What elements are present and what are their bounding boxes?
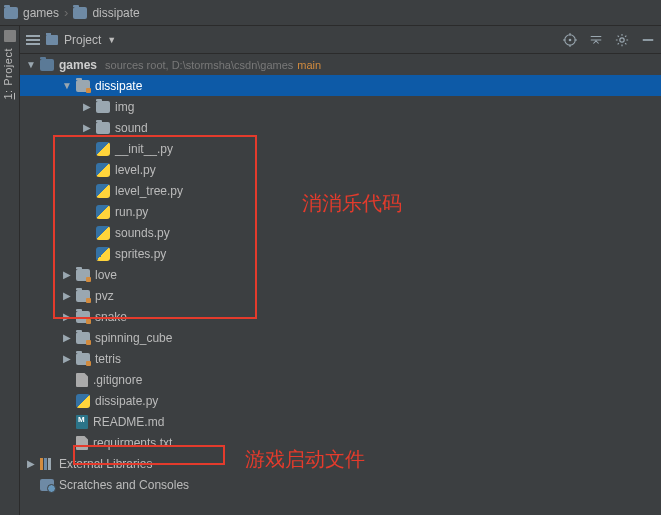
package-folder-icon [76, 269, 90, 281]
tree-node[interactable]: ▼dissipate [20, 75, 661, 96]
node-label: requirments.txt [93, 436, 172, 450]
package-folder-icon [76, 290, 90, 302]
package-folder-icon [76, 332, 90, 344]
project-title[interactable]: Project [64, 33, 101, 47]
node-label: dissipate [95, 79, 142, 93]
chevron-down-icon[interactable]: ▼ [107, 35, 116, 45]
breadcrumb-item[interactable]: dissipate [73, 6, 139, 20]
expand-arrow-icon[interactable]: ▶ [60, 269, 74, 280]
node-label: tetris [95, 352, 121, 366]
breadcrumb-label: dissipate [92, 6, 139, 20]
svg-point-1 [569, 38, 572, 41]
python-file-icon [96, 247, 110, 261]
node-label: run.py [115, 205, 148, 219]
library-icon [40, 458, 54, 470]
python-file-icon [96, 163, 110, 177]
module-root-icon [40, 59, 54, 71]
tree-node[interactable]: ▶sprites.py [20, 243, 661, 264]
node-label: sprites.py [115, 247, 166, 261]
expand-arrow-icon[interactable]: ▶ [80, 122, 94, 133]
breadcrumb: games › dissipate [0, 0, 661, 26]
project-toolbar: Project ▼ [20, 26, 661, 54]
node-label: love [95, 268, 117, 282]
breadcrumb-item[interactable]: games [4, 6, 59, 20]
python-file-icon [76, 394, 90, 408]
package-folder-icon [76, 311, 90, 323]
node-label: dissipate.py [95, 394, 158, 408]
tree-node[interactable]: ▶img [20, 96, 661, 117]
scratch-icon [40, 479, 54, 491]
node-label: sounds.py [115, 226, 170, 240]
tree-node[interactable]: ▶sound [20, 117, 661, 138]
folder-icon [4, 7, 18, 19]
python-file-icon [96, 184, 110, 198]
expand-arrow-icon[interactable]: ▼ [60, 80, 74, 91]
annotation-text: 游戏启动文件 [245, 446, 365, 473]
tree-node[interactable]: ▶__init__.py [20, 138, 661, 159]
expand-arrow-icon[interactable]: ▶ [80, 101, 94, 112]
tree-root[interactable]: ▼ games sources root, D:\stormsha\csdn\g… [20, 54, 661, 75]
expand-arrow-icon[interactable]: ▼ [24, 59, 38, 70]
expand-arrow-icon[interactable]: ▶ [60, 290, 74, 301]
node-label: External Libraries [59, 457, 152, 471]
breadcrumb-label: games [23, 6, 59, 20]
expand-arrow-icon[interactable]: ▶ [24, 458, 38, 469]
folder-icon [73, 7, 87, 19]
node-hint: sources root, D:\stormsha\csdn\games [105, 59, 293, 71]
tree-node[interactable]: ▶tetris [20, 348, 661, 369]
node-label: img [115, 100, 134, 114]
package-folder-icon [76, 80, 90, 92]
tree-node[interactable]: ▶level.py [20, 159, 661, 180]
python-file-icon [96, 142, 110, 156]
node-label: README.md [93, 415, 164, 429]
node-label: snake [95, 310, 127, 324]
show-options-icon[interactable] [26, 39, 40, 41]
package-folder-icon [76, 353, 90, 365]
project-tab-label: 1: Project [2, 48, 14, 100]
chevron-right-icon: › [64, 5, 68, 20]
node-label: Scratches and Consoles [59, 478, 189, 492]
node-label: spinning_cube [95, 331, 172, 345]
folder-icon [96, 122, 110, 134]
tree-node[interactable]: ▶love [20, 264, 661, 285]
target-icon[interactable] [563, 33, 577, 47]
markdown-file-icon [76, 415, 88, 429]
tree-node[interactable]: ▶pvz [20, 285, 661, 306]
tree-node[interactable]: ▶.gitignore [20, 369, 661, 390]
tool-window-tab[interactable]: 1: Project [0, 26, 20, 515]
svg-point-2 [620, 37, 624, 41]
tree-node[interactable]: ▶dissipate.py [20, 390, 661, 411]
vcs-branch: main [297, 59, 321, 71]
expand-arrow-icon[interactable]: ▶ [60, 353, 74, 364]
gear-icon[interactable] [615, 33, 629, 47]
node-label: sound [115, 121, 148, 135]
tree-node[interactable]: ▶spinning_cube [20, 327, 661, 348]
scratches-node[interactable]: ▶ Scratches and Consoles [20, 474, 661, 495]
node-label: level_tree.py [115, 184, 183, 198]
hide-icon[interactable] [641, 33, 655, 47]
folder-icon [96, 101, 110, 113]
collapse-all-icon[interactable] [589, 33, 603, 47]
project-icon [46, 35, 58, 45]
expand-arrow-icon[interactable]: ▶ [60, 311, 74, 322]
node-label: .gitignore [93, 373, 142, 387]
node-label: games [59, 58, 97, 72]
project-tree[interactable]: ▼ games sources root, D:\stormsha\csdn\g… [20, 54, 661, 515]
tree-node[interactable]: ▶sounds.py [20, 222, 661, 243]
python-file-icon [96, 205, 110, 219]
node-label: __init__.py [115, 142, 173, 156]
project-tab-icon [4, 30, 16, 42]
tree-node[interactable]: ▶README.md [20, 411, 661, 432]
expand-arrow-icon[interactable]: ▶ [60, 332, 74, 343]
annotation-text: 消消乐代码 [302, 190, 402, 217]
python-file-icon [96, 226, 110, 240]
text-file-icon [76, 373, 88, 387]
text-file-icon [76, 436, 88, 450]
node-label: level.py [115, 163, 156, 177]
tree-node[interactable]: ▶snake [20, 306, 661, 327]
node-label: pvz [95, 289, 114, 303]
